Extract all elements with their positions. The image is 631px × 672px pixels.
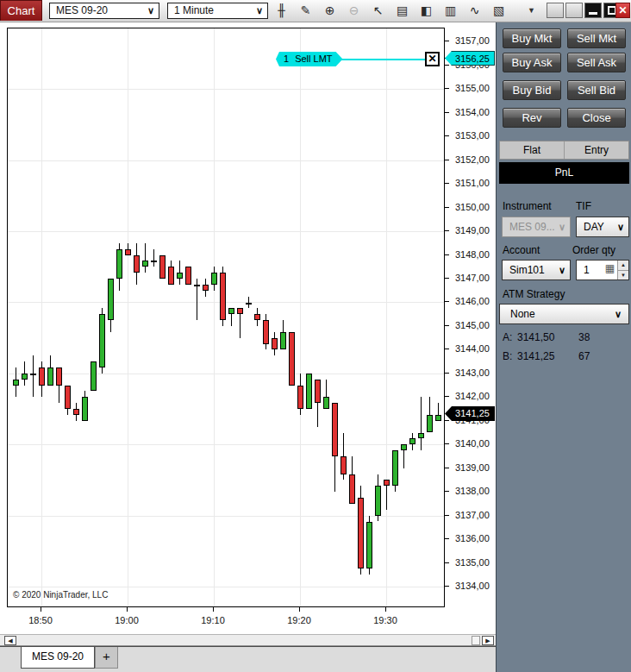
buy-ask-button[interactable]: Buy Ask	[503, 53, 561, 72]
add-tab-button[interactable]: +	[95, 647, 118, 669]
candle-body	[237, 308, 243, 314]
flat-indicator[interactable]: Flat	[500, 141, 564, 159]
calculator-icon[interactable]: ▦	[605, 262, 615, 274]
chart-plot-area[interactable]: 1Sell LMT ✕ © 2020 NinjaTrader, LLC	[7, 28, 445, 607]
price-tick	[445, 65, 449, 66]
sell-ask-button[interactable]: Sell Ask	[567, 53, 626, 72]
price-tick	[445, 443, 449, 444]
time-axis[interactable]: 18:5019:0019:1019:2019:30	[7, 607, 445, 630]
order-price-tag[interactable]: 3156,25	[445, 51, 495, 66]
price-tick-label: 3134,00	[455, 581, 490, 591]
order-qty-label: Order qty	[572, 244, 615, 256]
toolbar: Chart MES 09-20 ∨ 1 Minute ∨ ╫✎⊕⊖↖▤◧▥∿▧ …	[0, 0, 631, 22]
chart-trader-panel: Buy Mkt Sell Mkt Buy Ask Sell Ask Buy Bi…	[496, 22, 631, 672]
horizontal-scrollbar[interactable]: ◀ ▶	[0, 634, 496, 646]
indicators-icon[interactable]: ▥	[440, 2, 460, 20]
price-tick	[445, 468, 449, 468]
buy-mkt-button[interactable]: Buy Mkt	[503, 28, 561, 48]
chevron-down-icon: ∨	[559, 217, 565, 236]
time-tick-label: 19:30	[373, 615, 397, 625]
toolbar-button-2[interactable]	[565, 3, 583, 18]
scroll-right-arrow[interactable]: ▶	[482, 636, 494, 645]
price-tick-label: 3150,00	[455, 202, 490, 212]
candle-body	[323, 397, 329, 409]
zoom-in-icon[interactable]: ⊕	[320, 2, 340, 20]
candle-body	[108, 279, 114, 320]
interval-selector-value: 1 Minute	[174, 4, 214, 16]
price-tick	[445, 112, 449, 113]
chart-panel-icon[interactable]: ◧	[416, 2, 436, 20]
price-tick-label: 3153,00	[455, 130, 490, 141]
v-gridline	[128, 28, 128, 606]
ninjatrader-chart-window: Chart MES 09-20 ∨ 1 Minute ∨ ╫✎⊕⊖↖▤◧▥∿▧ …	[0, 0, 631, 672]
chevron-down-icon: ∨	[559, 261, 565, 279]
candle-body	[30, 374, 36, 375]
price-axis[interactable]: 3157,003156,003155,003154,003153,003152,…	[445, 28, 496, 607]
buy-bid-button[interactable]: Buy Bid	[503, 80, 561, 100]
atm-strategy-select[interactable]: None ∨	[499, 304, 629, 324]
sell-limit-order-line[interactable]	[335, 59, 425, 60]
price-tick-label: 3137,00	[455, 510, 490, 520]
candle-body	[272, 338, 278, 350]
chart-trader-icon[interactable]: ▧	[489, 2, 509, 20]
draw-line-icon[interactable]: ∿	[465, 2, 484, 20]
data-box-icon[interactable]: ▤	[392, 2, 412, 20]
sell-bid-button[interactable]: Sell Bid	[567, 80, 626, 100]
tif-select[interactable]: DAY ∨	[576, 217, 629, 237]
copyright-text: © 2020 NinjaTrader, LLC	[13, 590, 108, 600]
drawing-tools-icon[interactable]: ✎	[296, 2, 316, 20]
pnl-display: PnL	[499, 162, 629, 184]
candle-body	[384, 480, 390, 486]
scrollbar-thumb[interactable]	[472, 636, 480, 645]
sell-limit-order-label[interactable]: 1Sell LMT	[276, 52, 343, 66]
tab-mes-09-20[interactable]: MES 09-20	[21, 647, 95, 669]
close-button[interactable]: ✕	[615, 3, 630, 18]
order-type: Sell LMT	[295, 53, 332, 64]
candle-body	[297, 386, 303, 410]
account-value: Sim101	[509, 264, 545, 276]
candle-wick	[153, 249, 154, 267]
chart-style-icon[interactable]: ╫	[272, 2, 291, 20]
candle-body	[151, 261, 157, 262]
ask-prefix: A:	[503, 331, 512, 343]
price-tick	[445, 538, 449, 539]
interval-selector[interactable]: 1 Minute ∨	[167, 3, 268, 19]
time-tick-label: 19:20	[287, 615, 311, 625]
entry-indicator[interactable]: Entry	[564, 141, 628, 159]
reverse-button[interactable]: Rev	[503, 108, 561, 128]
candle-body	[228, 308, 234, 314]
h-gridline	[8, 160, 444, 161]
price-tick-label: 3139,00	[455, 462, 490, 473]
account-select[interactable]: Sim101 ∨	[502, 260, 571, 280]
qty-down-button[interactable]: ▼	[617, 270, 628, 279]
order-qty-input[interactable]: 1 ▦ ▲ ▼	[576, 260, 629, 280]
candle-body	[125, 249, 131, 255]
cancel-order-button[interactable]: ✕	[425, 52, 440, 66]
candle-body	[194, 285, 200, 286]
candle-body	[39, 367, 45, 386]
price-tick	[445, 160, 449, 160]
panel-instrument-select: MES 09... ∨	[502, 217, 571, 237]
panel-instrument-value: MES 09...	[509, 221, 555, 233]
window-title-chart: Chart	[0, 0, 42, 21]
candle-body	[254, 314, 260, 320]
minimize-button[interactable]	[584, 3, 602, 18]
time-tick-label: 19:00	[115, 615, 139, 625]
ask-price: 3141,50	[517, 331, 554, 343]
toolbar-button-1[interactable]	[547, 3, 564, 18]
candle-body	[332, 403, 338, 456]
instrument-selector[interactable]: MES 09-20 ∨	[49, 3, 159, 19]
price-tick	[445, 491, 449, 492]
price-tick	[445, 396, 449, 397]
close-position-button[interactable]: Close	[567, 108, 626, 128]
scroll-left-arrow[interactable]: ◀	[4, 636, 16, 645]
cursor-icon[interactable]: ↖	[368, 2, 388, 20]
toolbar-overflow-arrow[interactable]: ▼	[528, 6, 535, 15]
price-tick	[445, 586, 449, 587]
price-tick-label: 3135,00	[455, 557, 490, 568]
price-tick-label: 3140,00	[455, 438, 490, 449]
h-gridline	[8, 302, 444, 303]
qty-up-button[interactable]: ▲	[617, 261, 628, 270]
candle-body	[375, 486, 381, 515]
sell-mkt-button[interactable]: Sell Mkt	[567, 28, 626, 48]
